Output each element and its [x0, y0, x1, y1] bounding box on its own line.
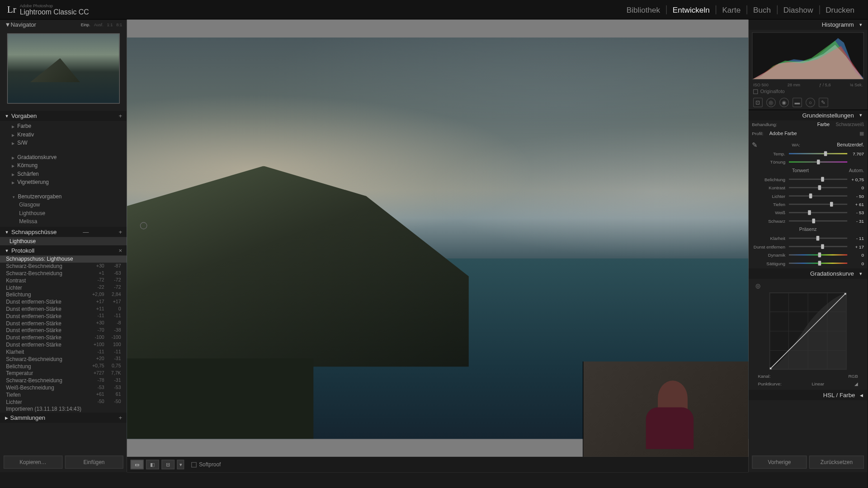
slider-Sättigung[interactable]: [789, 260, 847, 267]
preset-s/w[interactable]: ▶S/W: [6, 139, 121, 147]
preset-kreativ[interactable]: ▶Kreativ: [6, 131, 121, 139]
grad-filter-tool[interactable]: ▬: [793, 98, 802, 107]
slider-Lichter[interactable]: [789, 192, 847, 200]
wb-picker-icon[interactable]: ✎: [752, 141, 757, 149]
preset-gradationskurve[interactable]: ▶Gradationskurve: [6, 153, 121, 161]
history-step[interactable]: Dunst entfernen-Stärke-11-11: [0, 313, 127, 320]
navigator-header[interactable]: ▼Navigator Einp.Ausf.1:18:1: [0, 19, 127, 29]
slider-Kontrast[interactable]: [789, 184, 847, 191]
copy-settings-button[interactable]: Kopieren…: [4, 455, 62, 469]
original-photo-toggle[interactable]: Originalfoto: [748, 88, 868, 95]
history-step[interactable]: Schwarz-Beschneidung-78-31: [0, 377, 127, 384]
softproof-toggle[interactable]: Softproof: [191, 461, 221, 467]
profile-browser-icon[interactable]: ▦: [859, 131, 864, 136]
curve-mode-icon[interactable]: ◢: [854, 381, 858, 387]
history-step[interactable]: Schwarz-Beschneidung+1-63: [0, 270, 127, 277]
module-entwickeln[interactable]: Entwickeln: [667, 5, 717, 14]
add-collection-icon[interactable]: +: [118, 414, 122, 421]
history-step[interactable]: Dunst entfernen-Stärke+100100: [0, 341, 127, 348]
history-step[interactable]: Dunst entfernen-Stärke-70-38: [0, 327, 127, 334]
clear-history-icon[interactable]: ×: [118, 247, 122, 253]
user-presets-folder[interactable]: ▼Benutzervorgaben: [6, 192, 121, 201]
slider-Tiefen[interactable]: [789, 201, 847, 208]
snapshot-plus-icon[interactable]: +: [118, 229, 122, 235]
loupe-view-button[interactable]: ▭: [131, 460, 144, 469]
slider-Dunst entfernen[interactable]: [789, 243, 847, 250]
view-options-button[interactable]: ▾: [177, 460, 184, 469]
snapshot-item[interactable]: Lighthouse: [0, 237, 127, 245]
preset-glasgow[interactable]: Glasgow: [6, 201, 121, 209]
treatment-bw[interactable]: Schwarzweiß: [835, 122, 864, 127]
histogram-header[interactable]: Histogramm▼: [748, 19, 868, 29]
collections-header[interactable]: ▶Sammlungen+: [0, 413, 127, 422]
slider-Temp.[interactable]: [789, 150, 847, 157]
preset-vignettierung[interactable]: ▶Vignettierung: [6, 178, 121, 186]
profile-value[interactable]: Adobe Farbe: [769, 131, 797, 136]
slider-Schwarz[interactable]: [789, 217, 847, 225]
spot-tool[interactable]: ◎: [766, 98, 776, 107]
histogram[interactable]: [752, 32, 864, 80]
module-bibliothek[interactable]: Bibliothek: [621, 5, 667, 14]
snapshots-header[interactable]: ▼Schnappschüsse—+: [0, 227, 127, 237]
history-step[interactable]: Lichter-22-72: [0, 284, 127, 291]
preset-farbe[interactable]: ▶Farbe: [6, 122, 121, 130]
tone-curve-graph[interactable]: [769, 292, 847, 370]
presets-header[interactable]: ▼Vorgaben+: [0, 111, 127, 121]
add-preset-icon[interactable]: +: [118, 113, 122, 119]
brush-tool[interactable]: ✎: [819, 98, 828, 107]
history-step[interactable]: Weiß-Beschneidung-53-53: [0, 384, 127, 391]
zoom-1[interactable]: Ausf.: [94, 23, 104, 27]
history-step[interactable]: Schwarz-Beschneidung+30-87: [0, 263, 127, 270]
history-step[interactable]: Schnappschuss: Lighthouse: [0, 255, 127, 263]
preset-körnung[interactable]: ▶Körnung: [6, 161, 121, 169]
history-step[interactable]: Kontrast-72-72: [0, 277, 127, 284]
module-buch[interactable]: Buch: [747, 5, 778, 14]
curve-point-value[interactable]: Linear: [812, 381, 824, 387]
treatment-color[interactable]: Farbe: [817, 122, 830, 127]
crop-tool[interactable]: ⊡: [753, 98, 763, 107]
history-step[interactable]: Schwarz-Beschneidung+20-31: [0, 356, 127, 363]
curve-channel-value[interactable]: RGB: [848, 373, 858, 379]
preset-schärfen[interactable]: ▶Schärfen: [6, 170, 121, 178]
before-after-tb-button[interactable]: ⊟: [161, 460, 175, 469]
navigator-thumbnail[interactable]: [7, 33, 120, 104]
history-step[interactable]: Tiefen+6161: [0, 391, 127, 399]
slider-Dynamik[interactable]: [789, 251, 847, 258]
previous-button[interactable]: Vorherige: [752, 455, 807, 469]
zoom-3[interactable]: 8:1: [116, 23, 122, 27]
preset-lighthouse[interactable]: Lighthouse: [6, 209, 121, 217]
slider-Klarheit[interactable]: [789, 235, 847, 242]
slider-Belichtung[interactable]: [789, 176, 847, 183]
redeye-tool[interactable]: ◉: [779, 98, 789, 107]
module-karte[interactable]: Karte: [716, 5, 747, 14]
history-step[interactable]: Dunst entfernen-Stärke-100-100: [0, 334, 127, 341]
before-after-lr-button[interactable]: ◧: [146, 460, 159, 469]
history-step[interactable]: Belichtung+2,092,84: [0, 291, 127, 299]
history-step[interactable]: Dunst entfernen-Stärke+17+17: [0, 298, 127, 305]
tonecurve-header[interactable]: Gradationskurve▼: [748, 268, 868, 278]
history-step[interactable]: Dunst entfernen-Stärke+30-8: [0, 320, 127, 327]
auto-tone-button[interactable]: Autom.: [849, 168, 864, 174]
wb-value[interactable]: Benutzerdef.: [837, 142, 864, 148]
history-step[interactable]: Temperatur+7277,7K: [0, 370, 127, 377]
zoom-0[interactable]: Einp.: [81, 23, 90, 27]
reset-button[interactable]: Zurücksetzen: [809, 455, 864, 469]
history-step[interactable]: Klarheit-11-11: [0, 348, 127, 356]
basic-header[interactable]: Grundeinstellungen▼: [748, 110, 868, 120]
history-step[interactable]: Dunst entfernen-Stärke+110: [0, 305, 127, 313]
zoom-2[interactable]: 1:1: [107, 23, 113, 27]
history-step[interactable]: Lichter-50-50: [0, 399, 127, 406]
hsl-header[interactable]: HSL / Farbe◀: [748, 390, 868, 400]
slider-Tönung[interactable]: [789, 159, 847, 166]
history-header[interactable]: ▼Protokoll×: [0, 245, 127, 255]
paste-settings-button[interactable]: Einfügen: [65, 455, 123, 469]
tat-icon[interactable]: ◎: [755, 282, 761, 289]
module-drucken[interactable]: Drucken: [820, 5, 860, 14]
history-step[interactable]: Importieren (13.11.18 13:14:43): [0, 406, 127, 413]
history-step[interactable]: Belichtung+0,750,75: [0, 363, 127, 370]
preset-melissa[interactable]: Melissa: [6, 217, 121, 225]
slider-Weiß[interactable]: [789, 209, 847, 216]
radial-filter-tool[interactable]: ○: [806, 98, 815, 107]
module-diashow[interactable]: Diashow: [778, 5, 820, 14]
snapshot-minus-icon[interactable]: —: [83, 229, 89, 235]
